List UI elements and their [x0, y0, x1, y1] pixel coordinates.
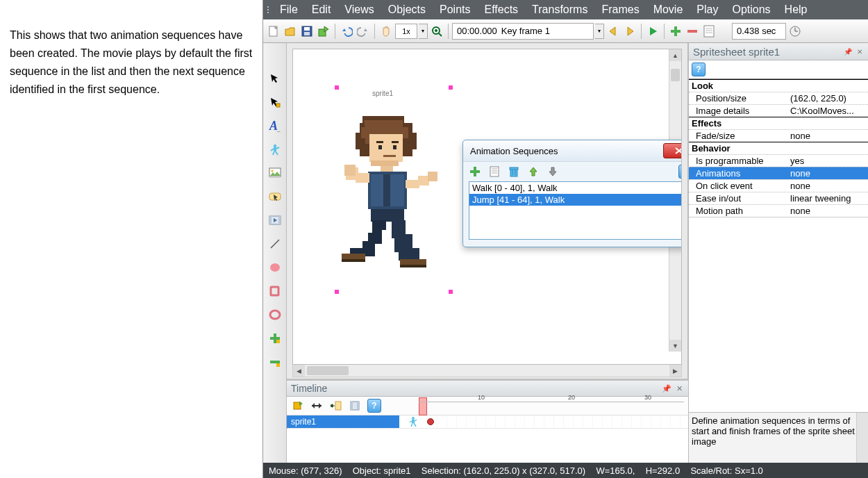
selection-handle-nw[interactable]	[335, 85, 339, 90]
canvas[interactable]: sprite1	[292, 49, 682, 365]
new-file-icon[interactable]	[266, 24, 281, 39]
dialog-close-button[interactable]	[663, 143, 682, 158]
menu-movie[interactable]: Movie	[648, 2, 689, 17]
keyframe-dot[interactable]	[427, 418, 434, 425]
svg-line-24	[271, 149, 274, 151]
play-icon[interactable]	[645, 24, 660, 39]
save-icon[interactable]	[299, 24, 315, 39]
dialog-help-icon[interactable]: ?	[678, 165, 682, 179]
scroll-down-icon[interactable]: ▼	[669, 340, 681, 352]
scroll-up-icon[interactable]: ▲	[669, 49, 681, 61]
prop-val[interactable]: linear tweening	[787, 192, 868, 204]
timeline-help-icon[interactable]: ?	[367, 399, 381, 413]
notes-icon[interactable]	[701, 24, 717, 39]
prop-key[interactable]: Animations	[689, 167, 787, 179]
prop-val[interactable]: C:\KoolMoves...	[787, 105, 868, 117]
dialog-list-icon[interactable]	[490, 166, 499, 177]
frame-info[interactable]: 00:00.000 Key frame 1	[452, 23, 594, 40]
sprite-character[interactable]	[314, 98, 467, 292]
svg-rect-55	[344, 165, 356, 176]
scroll-right-icon[interactable]: ▶	[669, 365, 681, 377]
remove-icon[interactable]	[685, 24, 700, 39]
dialog-add-icon[interactable]	[470, 167, 480, 176]
hscroll-thumb[interactable]	[307, 366, 349, 375]
frame-dropdown[interactable]: ▾	[595, 24, 604, 39]
pointer-icon[interactable]	[267, 71, 283, 86]
prop-val[interactable]: yes	[787, 155, 868, 167]
hand-icon[interactable]	[378, 24, 394, 39]
section-look: Look	[689, 79, 868, 92]
menu-options[interactable]: Options	[726, 2, 776, 17]
menu-help[interactable]: Help	[779, 2, 813, 17]
text-tool-icon[interactable]: A_	[267, 118, 283, 133]
prop-key[interactable]: Position/size	[689, 92, 787, 104]
duration-box[interactable]: 0.438 sec	[732, 23, 786, 40]
line-tool-icon[interactable]	[267, 236, 283, 252]
menu-frames[interactable]: Frames	[596, 2, 644, 17]
prop-val[interactable]: none	[787, 167, 868, 179]
timeline-track[interactable]: sprite1	[287, 415, 688, 429]
zoom-icon[interactable]	[429, 24, 444, 39]
sequence-row[interactable]: Jump [41 - 64], 1, Walk	[469, 194, 682, 206]
vscroll-thumb[interactable]	[671, 69, 680, 81]
next-frame-icon[interactable]	[622, 24, 637, 39]
svg-rect-70	[510, 169, 517, 176]
menu-edit[interactable]: Edit	[306, 2, 337, 17]
image-tool-icon[interactable]	[267, 165, 283, 181]
undo-icon[interactable]	[339, 24, 354, 39]
prop-val[interactable]: none	[787, 130, 868, 142]
prev-frame-icon[interactable]	[606, 24, 621, 39]
prop-val[interactable]: (162.0, 225.0)	[787, 92, 868, 104]
scroll-left-icon[interactable]: ◀	[293, 365, 305, 377]
sequence-row[interactable]: Walk [0 - 40], 1, Walk	[469, 182, 682, 194]
prop-key[interactable]: On click event	[689, 180, 787, 192]
prop-val[interactable]: none	[787, 180, 868, 192]
dialog-delete-icon[interactable]	[509, 166, 519, 177]
prop-key[interactable]: Ease in/out	[689, 192, 787, 204]
dialog-up-icon[interactable]	[528, 167, 538, 176]
ellipse-fill-icon[interactable]	[267, 260, 283, 275]
open-file-icon[interactable]	[283, 24, 298, 39]
track-label[interactable]: sprite1	[287, 415, 399, 428]
sprite-tool-icon[interactable]	[267, 142, 283, 157]
menu-effects[interactable]: Effects	[478, 2, 524, 17]
prop-key[interactable]: Image details	[689, 105, 787, 117]
menu-points[interactable]: Points	[434, 2, 476, 17]
menu-objects[interactable]: Objects	[383, 2, 431, 17]
rect-tool-icon[interactable]	[267, 283, 283, 299]
svg-point-22	[273, 145, 276, 147]
menu-transforms[interactable]: Transforms	[526, 2, 593, 17]
dialog-down-icon[interactable]	[548, 167, 558, 176]
button-tool-icon[interactable]	[267, 189, 283, 204]
prop-val[interactable]: none	[787, 205, 868, 217]
add-shape-icon[interactable]	[267, 331, 283, 346]
timeline-pin-icon[interactable]: 📌 ✕	[662, 384, 684, 393]
clock-icon[interactable]	[787, 24, 803, 39]
desc-scrollbar[interactable]	[856, 413, 868, 463]
speed-dropdown[interactable]: ▾	[419, 24, 428, 39]
export-icon[interactable]	[316, 24, 331, 39]
properties-pin-icon[interactable]: 📌 ✕	[844, 48, 864, 56]
timeline-tool4-icon[interactable]	[349, 400, 360, 411]
timeline-tool2-icon[interactable]	[310, 402, 323, 410]
menu-play[interactable]: Play	[691, 2, 724, 17]
prop-key[interactable]: Motion path	[689, 205, 787, 217]
track-lane[interactable]	[427, 415, 688, 428]
movieclip-tool-icon[interactable]	[267, 213, 283, 228]
timeline-ruler[interactable]: 10 20 30	[419, 399, 684, 413]
redo-icon[interactable]	[356, 24, 371, 39]
properties-help-icon[interactable]: ?	[692, 63, 706, 76]
canvas-hscrollbar[interactable]: ◀ ▶	[292, 365, 682, 377]
timeline-tool1-icon[interactable]	[292, 400, 303, 411]
add-icon[interactable]	[668, 24, 683, 39]
ellipse-outline-icon[interactable]	[267, 307, 283, 322]
prop-key[interactable]: Fade/size	[689, 130, 787, 142]
remove-shape-icon[interactable]	[267, 354, 283, 370]
menu-file[interactable]: File	[274, 2, 303, 17]
sequence-list[interactable]: Walk [0 - 40], 1, Walk Jump [41 - 64], 1…	[469, 181, 682, 240]
timeline-tool3-icon[interactable]	[330, 400, 342, 411]
menu-views[interactable]: Views	[339, 2, 379, 17]
selection-icon[interactable]	[267, 94, 283, 110]
prop-key[interactable]: Is programmable	[689, 155, 787, 167]
selection-handle-ne[interactable]	[449, 85, 453, 90]
